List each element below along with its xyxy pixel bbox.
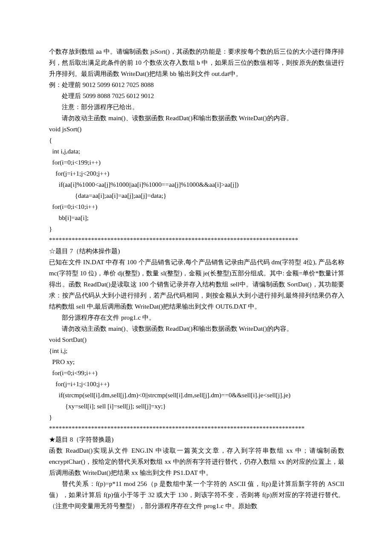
question-7-note-1: 部分源程序存在文件 prog1.c 中。 [49, 312, 344, 323]
example-before: 例：处理前 9012 5099 6012 7025 8088 [49, 79, 344, 90]
question-8-body: 函数 ReadDat()实现从文件 ENG.IN 中读取一篇英文文章，存入到字符… [49, 445, 344, 478]
separator-2: ****************************************… [49, 423, 344, 434]
question-8-rule: 替代关系：f(p)=p*11 mod 256（p 是数组中某一个字符的 ASCI… [49, 478, 344, 512]
question-7-note-2: 请勿改动主函数 main()、读数据函数 ReadDat()和输出数据函数 Wr… [49, 323, 344, 334]
note-given-code: 注意：部分源程序已给出。 [49, 101, 344, 113]
title-question-8: ★题目 8（字符替换题) [49, 434, 344, 445]
title-question-7: ☆题目 7（结构体操作题) [49, 246, 344, 257]
example-after: 处理后 5099 8088 7025 6012 9012 [49, 90, 344, 101]
separator-1: ****************************************… [49, 234, 344, 246]
code-jssort: void jsSort() { int i,j,data; for(i=0;i<… [49, 124, 344, 234]
note-do-not-modify: 请勿改动主函数 main()、读数据函数 ReadDat()和输出数据函数 Wr… [49, 113, 344, 124]
document-page: 个数存放到数组 aa 中。请编制函数 jsSort()，其函数的功能是：要求按每… [0, 0, 392, 555]
code-sortdat: void SortDat() {int i,j; PRO xy; for(i=0… [49, 334, 344, 423]
question-7-body: 已知在文件 IN.DAT 中存有 100 个产品销售记录,每个产品销售记录由产品… [49, 257, 344, 312]
intro-paragraph: 个数存放到数组 aa 中。请编制函数 jsSort()，其函数的功能是：要求按每… [49, 46, 344, 79]
